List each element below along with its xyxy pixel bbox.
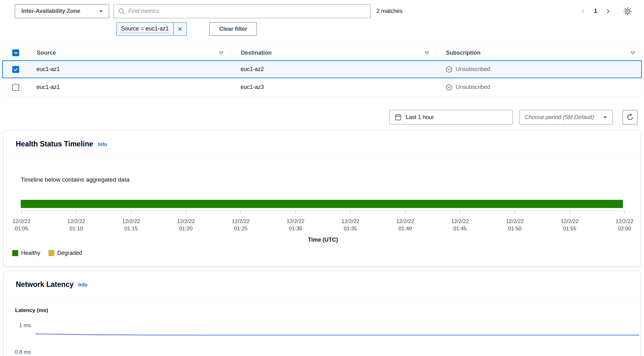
filter-token-text: Source = euc1-az1: [121, 25, 169, 33]
subscription-status-label: Unsubscribed: [456, 66, 490, 73]
timeline-tick-mark: [405, 211, 406, 214]
timeline-tick-label: 12/2/2201:15: [122, 218, 140, 232]
legend-label: Healthy: [21, 250, 40, 256]
timeline-tick-mark: [296, 211, 296, 214]
matches-count: 2 matches: [376, 4, 402, 18]
timeline-tick-label: 12/2/2201:10: [67, 218, 85, 232]
panel-header: Network Latency Info: [3, 271, 641, 298]
cell-source: euc1-az1: [24, 84, 230, 90]
page-number[interactable]: 1: [592, 8, 599, 14]
preferences-button[interactable]: [621, 5, 635, 18]
column-header-label: Source: [37, 50, 56, 56]
health-timeline-chart: Timeline below contains aggregated data …: [3, 157, 641, 267]
minus-circle-icon: [446, 84, 452, 91]
timeline-axis-label: Time (UTC): [21, 237, 625, 243]
timeline-tick-label: 12/2/2201:20: [177, 218, 195, 232]
refresh-icon: [626, 113, 634, 121]
check-icon: [13, 67, 18, 72]
filter-token-label[interactable]: Source = euc1-az1: [117, 23, 173, 36]
period-select[interactable]: Choose period (5M Default): [519, 110, 613, 124]
chevron-left-icon: [580, 8, 586, 14]
refresh-button[interactable]: [623, 110, 637, 124]
timeline-tick-mark: [186, 211, 186, 214]
search-icon: [118, 8, 125, 15]
info-link[interactable]: Info: [98, 142, 107, 147]
timeline-tick-mark: [350, 211, 351, 214]
row-checkbox[interactable]: [12, 66, 19, 73]
clear-filter-button[interactable]: Clear filter: [209, 22, 257, 36]
timeline-tick-mark: [515, 211, 515, 214]
time-range-picker-button[interactable]: Last 1 hour: [389, 110, 513, 124]
previous-page-button[interactable]: [578, 6, 589, 17]
latency-line-chart: [3, 298, 641, 356]
gear-icon: [623, 7, 632, 16]
chevron-right-icon: [605, 8, 611, 14]
table-header-row: Source Destination Subscription: [2, 46, 642, 60]
network-latency-panel: Network Latency Info Latency (ms) 1 ms 0…: [3, 271, 641, 356]
metric-scope-label: Inter-Availability Zone: [21, 8, 80, 14]
column-header-source[interactable]: Source: [24, 46, 230, 60]
legend-item: Healthy: [12, 250, 40, 256]
legend-item: Degraded: [48, 250, 82, 256]
search-box: [114, 4, 370, 18]
row-checkbox[interactable]: [12, 84, 19, 91]
next-page-button[interactable]: [602, 6, 613, 17]
timeline-tick-label: 12/2/2201:30: [286, 218, 304, 232]
metrics-table: Source Destination Subscription euc1-az1…: [2, 45, 642, 96]
legend-label: Degraded: [57, 250, 82, 256]
cell-destination: euc1-az2: [230, 66, 436, 73]
filter-token-dismiss-button[interactable]: [173, 23, 186, 36]
timeline-tick-label: 12/2/2202:00: [616, 218, 634, 232]
timeline-tick-mark: [460, 211, 460, 214]
panel-title: Network Latency: [16, 280, 74, 289]
timeline-note: Timeline below contains aggregated data: [21, 176, 130, 183]
legend-swatch-icon: [12, 250, 18, 256]
latency-series-line: [36, 334, 639, 335]
timeline-tick-label: 12/2/2201:45: [451, 218, 469, 232]
table-row[interactable]: euc1-az1 euc1-az3 Unsubscribed: [2, 78, 642, 96]
timeline-tick-label: 12/2/2201:05: [13, 218, 31, 232]
info-link[interactable]: Info: [78, 282, 87, 288]
period-label: Choose period (5M Default): [525, 114, 594, 121]
timeline-tick-mark: [21, 211, 22, 214]
timeline-tick-mark: [625, 211, 625, 214]
minus-circle-icon: [446, 66, 452, 73]
search-input[interactable]: [128, 8, 366, 14]
health-timeline-bar: [21, 200, 623, 208]
cell-source: euc1-az1: [24, 66, 230, 73]
sort-icon: [424, 50, 430, 56]
cell-destination: euc1-az3: [230, 84, 436, 90]
indeterminate-mark-icon: [14, 52, 18, 53]
timeline-tick-labels: 12/2/2201:0512/2/2201:1012/2/2201:1512/2…: [21, 218, 625, 233]
timeline-tick-label: 12/2/2201:25: [232, 218, 250, 232]
health-status-timeline-panel: Health Status Timeline Info Timeline bel…: [3, 130, 641, 267]
sort-icon: [630, 50, 636, 56]
column-header-subscription[interactable]: Subscription: [436, 46, 642, 60]
cell-subscription: Unsubscribed: [436, 84, 642, 91]
subscription-status-label: Unsubscribed: [456, 84, 490, 90]
chevron-down-icon: [602, 115, 608, 120]
timeline-tick-marks: [21, 211, 625, 214]
column-header-label: Destination: [241, 50, 272, 56]
legend-swatch-icon: [48, 250, 54, 256]
filter-token: Source = euc1-az1: [116, 22, 187, 36]
time-range-label: Last 1 hour: [406, 114, 434, 121]
timeline-tick-mark: [76, 211, 76, 214]
timeline-tick-label: 12/2/2201:50: [506, 218, 524, 232]
timeline-tick-mark: [570, 211, 570, 214]
table-row[interactable]: euc1-az1 euc1-az2 Unsubscribed: [2, 60, 642, 78]
timeline-tick-mark: [241, 211, 241, 214]
table-header-select-cell: [2, 46, 24, 60]
timeline-tick-mark: [131, 211, 131, 214]
chevron-down-icon: [98, 8, 104, 14]
calendar-icon: [395, 114, 402, 121]
metric-scope-dropdown[interactable]: Inter-Availability Zone: [15, 4, 109, 18]
panel-header: Health Status Timeline Info: [3, 131, 641, 157]
column-header-destination[interactable]: Destination: [230, 46, 436, 60]
cell-subscription: Unsubscribed: [436, 66, 642, 73]
latency-chart: Latency (ms) 1 ms 0.8 ms: [3, 298, 641, 356]
close-icon: [177, 26, 183, 32]
select-all-checkbox[interactable]: [12, 49, 19, 56]
timeline-tick-label: 12/2/2201:55: [561, 218, 579, 232]
timeline-legend: HealthyDegraded: [12, 250, 82, 256]
